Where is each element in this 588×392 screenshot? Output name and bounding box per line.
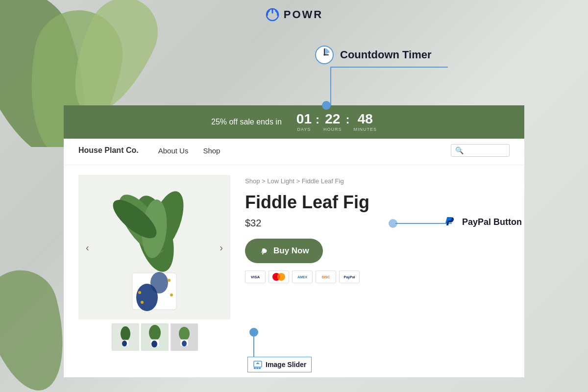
annotation-line-v1 — [330, 67, 331, 105]
countdown-timer-annotation: Countdown Timer — [314, 44, 432, 66]
product-main-image: ‹ › — [78, 175, 230, 319]
image-slider-label: Image Slider — [266, 361, 306, 368]
svg-point-22 — [122, 341, 127, 346]
mc-svg — [271, 272, 286, 281]
nav-brand: House Plant Co. — [78, 146, 139, 155]
powr-logo-icon — [265, 7, 280, 22]
svg-point-17 — [141, 301, 144, 304]
payment-icons: VISA AMEX DISC PayPal — [245, 270, 510, 283]
search-input[interactable] — [466, 147, 505, 154]
nav-search[interactable]: 🔍 — [451, 144, 510, 157]
svg-point-20 — [121, 326, 130, 341]
countdown-hours-value: 22 — [325, 112, 340, 126]
thumbnail-3[interactable] — [171, 323, 197, 350]
slider-next-button[interactable]: › — [215, 237, 228, 258]
countdown-minutes-label: MINUTES — [353, 127, 377, 132]
discover-icon: DISC — [316, 270, 336, 283]
svg-point-28 — [179, 327, 190, 341]
product-area: ‹ › Shop > Low Light > Fiddl — [64, 165, 524, 360]
powr-header: POWR — [0, 0, 588, 27]
image-slider-box: Image Slider — [247, 357, 312, 372]
amex-icon: AMEX — [292, 270, 313, 283]
svg-rect-34 — [254, 368, 256, 369]
image-slider-annotation: Image Slider — [247, 357, 312, 372]
countdown-display: 01 DAYS : 22 HOURS : 48 MINUTES — [296, 112, 377, 132]
countdown-minutes-value: 48 — [358, 112, 373, 126]
thumbnail-1[interactable] — [112, 323, 139, 350]
countdown-days: 01 DAYS — [296, 112, 312, 132]
powr-brand-text: POWR — [284, 8, 323, 21]
paypal-icon: PayPal — [339, 270, 360, 283]
countdown-timer-label: Countdown Timer — [340, 49, 432, 61]
nav-link-about[interactable]: About Us — [158, 147, 189, 155]
svg-point-15 — [138, 291, 141, 294]
plant-svg — [78, 175, 230, 319]
nav-bar: House Plant Co. About Us Shop 🔍 — [64, 136, 524, 165]
slider-prev-button[interactable]: ‹ — [81, 237, 94, 258]
countdown-days-value: 01 — [296, 112, 312, 126]
image-slider-dot — [249, 328, 258, 337]
sale-text: 25% off sale ends in — [211, 118, 282, 126]
product-title: Fiddle Leaf Fig — [245, 192, 510, 213]
annotation-dot-1 — [322, 101, 331, 110]
countdown-sep-2: : — [345, 113, 349, 126]
countdown-hours: 22 HOURS — [323, 112, 342, 132]
visa-icon: VISA — [245, 270, 266, 283]
image-slider-section: ‹ › — [78, 175, 230, 350]
annotation-line-h1 — [330, 67, 448, 68]
sale-banner: 25% off sale ends in 01 DAYS : 22 HOURS … — [64, 105, 524, 139]
svg-rect-35 — [256, 368, 258, 369]
main-container: POWR Countdown Timer 25% off sale ends i… — [0, 0, 588, 392]
paypal-dot — [389, 219, 397, 228]
countdown-minutes: 48 MINUTES — [353, 112, 377, 132]
thumbnail-strip — [78, 323, 230, 350]
countdown-days-label: DAYS — [297, 127, 311, 132]
image-slider-icon — [253, 360, 263, 369]
mastercard-icon — [269, 270, 289, 283]
paypal-button-annotation: PayPal Button — [442, 215, 522, 229]
nav-link-shop[interactable]: Shop — [203, 147, 220, 155]
thumbnail-2[interactable] — [141, 323, 168, 350]
plant-image — [78, 175, 230, 319]
svg-rect-36 — [259, 368, 261, 369]
svg-point-14 — [150, 272, 168, 294]
buy-now-label: Buy Now — [273, 246, 309, 256]
svg-point-16 — [170, 294, 173, 296]
svg-point-26 — [151, 341, 157, 347]
product-info: Shop > Low Light > Fiddle Leaf Fig Fiddl… — [245, 175, 510, 350]
clock-icon — [314, 44, 335, 66]
svg-point-24 — [149, 325, 161, 341]
countdown-sep-1: : — [316, 113, 319, 126]
paypal-btn-icon — [259, 245, 270, 256]
breadcrumb: Shop > Low Light > Fiddle Leaf Fig — [245, 177, 510, 185]
paypal-annotation-label: PayPal Button — [462, 217, 522, 227]
svg-point-18 — [168, 279, 171, 282]
paypal-annotation-icon — [442, 215, 457, 229]
svg-point-30 — [182, 341, 187, 346]
buy-now-button[interactable]: Buy Now — [245, 239, 323, 263]
website-card: House Plant Co. About Us Shop 🔍 — [64, 136, 524, 377]
countdown-hours-label: HOURS — [323, 127, 342, 132]
search-icon: 🔍 — [455, 147, 464, 154]
